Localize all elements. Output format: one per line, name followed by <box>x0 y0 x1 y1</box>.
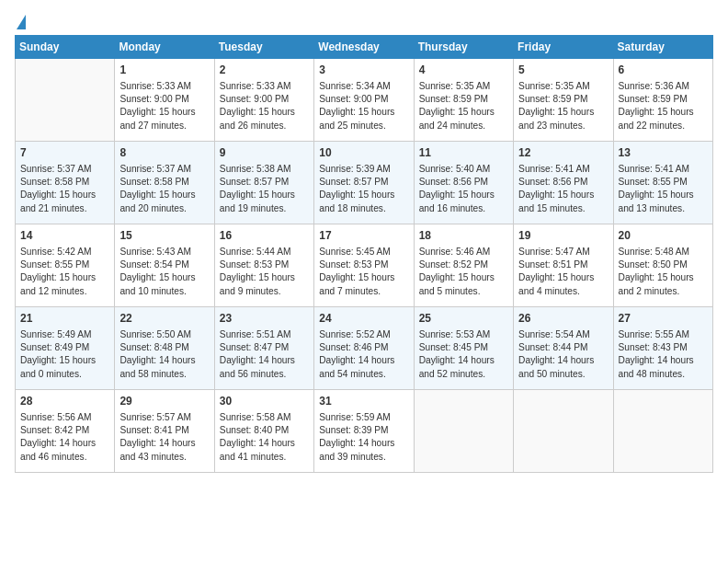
calendar-cell: 27Sunrise: 5:55 AMSunset: 8:43 PMDayligh… <box>613 307 712 390</box>
day-info-line: Sunrise: 5:50 AM <box>119 328 209 341</box>
day-info-line: Daylight: 15 hours <box>619 189 708 201</box>
day-info-line: Sunset: 9:00 PM <box>119 93 209 106</box>
day-info-line: and 9 minutes. <box>220 285 309 298</box>
day-number: 27 <box>619 311 708 327</box>
day-of-week-header: Monday <box>115 36 214 59</box>
day-info-line: Sunrise: 5:39 AM <box>319 163 408 176</box>
calendar-cell: 24Sunrise: 5:52 AMSunset: 8:46 PMDayligh… <box>314 307 414 390</box>
calendar-cell: 3Sunrise: 5:34 AMSunset: 9:00 PMDaylight… <box>314 59 414 142</box>
day-info-line: Sunrise: 5:40 AM <box>419 163 508 176</box>
day-info-line: Sunset: 8:57 PM <box>319 176 408 189</box>
day-number: 19 <box>518 228 608 244</box>
day-number: 2 <box>220 63 309 78</box>
day-info-line: Sunrise: 5:44 AM <box>220 246 309 259</box>
day-info-line: and 50 minutes. <box>518 368 608 381</box>
day-info-line: Sunrise: 5:51 AM <box>220 328 309 341</box>
day-info-line: Sunset: 8:58 PM <box>119 176 209 189</box>
calendar-cell: 31Sunrise: 5:59 AMSunset: 8:39 PMDayligh… <box>314 390 414 473</box>
day-number: 7 <box>20 145 109 161</box>
day-info-line: and 43 minutes. <box>119 451 209 464</box>
day-info-line: Sunset: 8:58 PM <box>20 176 109 189</box>
day-info-line: Sunset: 8:53 PM <box>319 259 408 271</box>
day-number: 20 <box>619 228 708 244</box>
day-number: 22 <box>119 311 209 327</box>
day-info-line: Sunset: 8:44 PM <box>518 341 608 354</box>
day-info-line: Daylight: 15 hours <box>419 106 508 119</box>
calendar-cell: 21Sunrise: 5:49 AMSunset: 8:49 PMDayligh… <box>16 307 115 390</box>
day-info-line: Sunset: 8:50 PM <box>619 259 708 271</box>
day-info-line: Daylight: 15 hours <box>119 271 209 284</box>
day-number: 5 <box>518 63 608 78</box>
calendar-cell: 11Sunrise: 5:40 AMSunset: 8:56 PMDayligh… <box>414 142 513 224</box>
calendar-cell: 14Sunrise: 5:42 AMSunset: 8:55 PMDayligh… <box>16 224 115 307</box>
calendar-cell: 15Sunrise: 5:43 AMSunset: 8:54 PMDayligh… <box>115 224 214 307</box>
day-info-line: Sunset: 8:55 PM <box>619 176 708 189</box>
calendar-cell: 8Sunrise: 5:37 AMSunset: 8:58 PMDaylight… <box>115 142 214 224</box>
day-info-line: Daylight: 15 hours <box>319 189 408 201</box>
day-info-line: Sunrise: 5:36 AM <box>619 80 708 93</box>
day-info-line: and 52 minutes. <box>419 368 508 381</box>
day-info-line: and 46 minutes. <box>20 451 109 464</box>
calendar-cell: 26Sunrise: 5:54 AMSunset: 8:44 PMDayligh… <box>514 307 613 390</box>
day-info-line: Sunrise: 5:54 AM <box>518 328 608 341</box>
day-info-line: Sunrise: 5:42 AM <box>20 246 109 259</box>
day-info-line: Sunset: 8:39 PM <box>319 424 408 437</box>
calendar-cell: 13Sunrise: 5:41 AMSunset: 8:55 PMDayligh… <box>613 142 712 224</box>
day-info-line: Daylight: 15 hours <box>518 189 608 201</box>
day-info-line: Sunset: 8:46 PM <box>319 341 408 354</box>
calendar-cell: 4Sunrise: 5:35 AMSunset: 8:59 PMDaylight… <box>414 59 513 142</box>
day-of-week-header: Thursday <box>414 36 513 59</box>
day-number: 9 <box>220 145 309 161</box>
day-info-line: Daylight: 14 hours <box>518 354 608 367</box>
calendar-cell: 9Sunrise: 5:38 AMSunset: 8:57 PMDaylight… <box>214 142 313 224</box>
day-info-line: Sunrise: 5:45 AM <box>319 246 408 259</box>
day-info-line: and 58 minutes. <box>119 368 209 381</box>
day-info-line: Sunset: 8:59 PM <box>518 93 608 106</box>
day-number: 10 <box>319 145 408 161</box>
day-info-line: Sunrise: 5:53 AM <box>419 328 508 341</box>
day-info-line: Sunrise: 5:43 AM <box>119 246 209 259</box>
day-info-line: Daylight: 14 hours <box>419 354 508 367</box>
day-info-line: and 15 minutes. <box>518 202 608 215</box>
day-info-line: Sunset: 9:00 PM <box>319 93 408 106</box>
day-info-line: Daylight: 15 hours <box>319 106 408 119</box>
day-number: 28 <box>20 394 109 409</box>
day-number: 1 <box>119 63 209 78</box>
day-info-line: Sunrise: 5:55 AM <box>619 328 708 341</box>
day-info-line: Daylight: 14 hours <box>220 354 309 367</box>
day-info-line: and 12 minutes. <box>20 285 109 298</box>
calendar-week-row: 21Sunrise: 5:49 AMSunset: 8:49 PMDayligh… <box>16 307 713 390</box>
day-of-week-header: Wednesday <box>314 36 414 59</box>
day-info-line: Sunset: 8:52 PM <box>419 259 508 271</box>
day-info-line: and 2 minutes. <box>619 285 708 298</box>
day-info-line: Sunrise: 5:35 AM <box>518 80 608 93</box>
calendar-cell: 6Sunrise: 5:36 AMSunset: 8:59 PMDaylight… <box>613 59 712 142</box>
calendar-cell <box>16 59 115 142</box>
day-number: 15 <box>119 228 209 244</box>
day-info-line: Sunset: 8:59 PM <box>619 93 708 106</box>
logo-triangle-icon <box>17 15 26 29</box>
day-info-line: and 24 minutes. <box>419 120 508 132</box>
day-number: 29 <box>119 394 209 409</box>
day-info-line: Sunset: 8:43 PM <box>619 341 708 354</box>
day-info-line: Sunset: 8:56 PM <box>419 176 508 189</box>
day-info-line: and 10 minutes. <box>119 285 209 298</box>
day-info-line: Sunrise: 5:37 AM <box>119 163 209 176</box>
day-number: 8 <box>119 145 209 161</box>
day-info-line: and 21 minutes. <box>20 202 109 215</box>
day-info-line: Daylight: 14 hours <box>319 437 408 450</box>
day-info-line: Daylight: 15 hours <box>220 106 309 119</box>
day-info-line: Sunrise: 5:33 AM <box>220 80 309 93</box>
calendar-week-row: 28Sunrise: 5:56 AMSunset: 8:42 PMDayligh… <box>16 390 713 473</box>
day-info-line: and 5 minutes. <box>419 285 508 298</box>
day-of-week-header: Sunday <box>16 36 115 59</box>
calendar-cell: 12Sunrise: 5:41 AMSunset: 8:56 PMDayligh… <box>514 142 613 224</box>
day-info-line: and 27 minutes. <box>119 120 209 132</box>
day-info-line: Daylight: 15 hours <box>119 189 209 201</box>
day-info-line: Daylight: 15 hours <box>220 271 309 284</box>
day-number: 30 <box>220 394 309 409</box>
day-number: 16 <box>220 228 309 244</box>
day-info-line: Sunset: 8:42 PM <box>20 424 109 437</box>
calendar-header-row: SundayMondayTuesdayWednesdayThursdayFrid… <box>16 36 713 59</box>
day-info-line: and 41 minutes. <box>220 451 309 464</box>
